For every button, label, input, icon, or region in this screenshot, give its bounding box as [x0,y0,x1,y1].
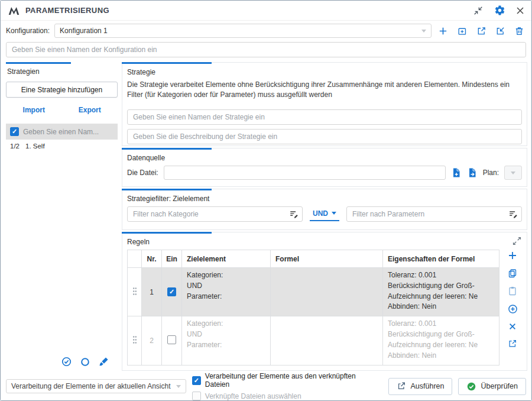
main-content: Strategie Die Strategie verarbeitet Elem… [122,62,527,371]
file-add-icon[interactable] [451,167,462,178]
operator-value: UND [313,209,328,218]
strategy-description-input[interactable] [127,129,522,144]
check-button[interactable]: Überprüfen [458,378,526,395]
rule-formula-cell [271,268,383,316]
strategie-accent [122,62,212,64]
tab-strategien[interactable]: Strategien [7,67,116,76]
strategie-section: Strategie Die Strategie verarbeitet Elem… [122,62,527,146]
rule-properties-cell: Toleranz: 0.001 Berücksichtigung der Gro… [383,316,499,365]
parameter-filter-input[interactable] [346,206,522,222]
strategy-checkbox[interactable] [10,127,19,136]
strategiefilter-title: Strategiefilter: Zielelement [127,195,522,203]
delete-configuration-icon[interactable] [514,26,524,36]
filter-edit-icon[interactable] [508,209,518,219]
strategies-sidebar: Strategien Eine Strategie hinzufügen Imp… [6,62,118,370]
chevron-down-icon [332,212,336,215]
expand-icon[interactable] [512,236,522,246]
circle-icon[interactable] [80,357,90,367]
collapse-icon[interactable] [473,5,484,16]
run-button[interactable]: Ausführen [388,378,452,395]
linked-files-check-row: Verarbeitung der Elemente aus den verknü… [192,372,377,389]
export-rules-icon[interactable] [508,339,517,348]
copy-icon[interactable] [508,269,517,278]
file-open-icon[interactable] [467,167,478,178]
strategy-label: 1. Self [25,143,45,150]
configuration-name-input[interactable] [6,42,526,57]
check-button-label: Überprüfen [481,382,518,390]
linked-files-checkbox[interactable] [192,376,201,385]
strategiefilter-accent [122,189,212,190]
paste-icon[interactable] [508,286,517,296]
filter-edit-icon[interactable] [289,209,299,219]
drag-handle-icon[interactable] [128,316,142,365]
plan-select[interactable] [504,166,522,180]
duplicate-configuration-icon[interactable] [457,26,468,36]
close-icon[interactable] [516,7,524,15]
rule-nr: 2 [142,316,162,365]
strategy-item-name: Geben Sie einen Nam... [23,128,99,136]
strategy-name-input[interactable] [127,109,522,125]
operator-select[interactable]: UND [310,208,339,221]
brush-icon[interactable] [98,356,109,367]
export-configuration-icon[interactable] [476,26,486,36]
chevron-down-icon [176,385,181,388]
column-header-zielelement: Zielelement [182,250,271,268]
regeln-title: Regeln [127,238,522,246]
footer-bar: Verarbeitung der Elemente in der aktuell… [1,372,531,400]
app-logo-icon [8,6,20,15]
remove-icon[interactable] [508,322,517,331]
category-filter-input[interactable] [127,206,303,222]
chevron-down-icon [421,30,426,33]
processing-mode-select[interactable]: Verarbeitung der Elemente in der aktuell… [6,379,186,393]
add-circle-icon[interactable] [508,304,518,314]
drag-column-header [128,250,142,268]
export-link[interactable]: Export [62,106,118,114]
strategy-list-item[interactable]: Geben Sie einen Nam... 1/2 1. Self [6,124,118,150]
file-label: Die Datei: [127,169,158,177]
drag-handle-icon[interactable] [128,268,142,316]
rule-nr: 1 [142,268,162,316]
rule-row[interactable]: 2 Kategorien: UND Parameter: Toleranz: 0… [128,316,499,365]
add-configuration-icon[interactable] [438,26,448,36]
column-header-formel: Formel [271,250,383,268]
chevron-down-icon [511,172,515,174]
rule-properties-cell: Toleranz: 0.001 Berücksichtigung der Gro… [383,268,499,316]
select-linked-check-row: Verknüpfte Dateien auswählen [192,392,377,400]
configuration-label: Konfiguration: [6,27,50,35]
regeln-accent [122,232,212,234]
rule-formula-cell [271,316,383,365]
regeln-section: Regeln Nr. Ein Zielelement Formel Eigens [122,232,527,371]
run-icon [397,381,406,391]
run-button-label: Ausführen [410,382,444,390]
strategiefilter-section: Strategiefilter: Zielelement UND [122,189,527,230]
plan-label: Plan: [483,169,499,177]
gear-icon[interactable] [494,5,505,16]
column-header-eigenschaften: Eigenschaften der Formel [383,250,499,268]
add-rule-icon[interactable] [508,251,517,260]
datenquelle-title: Datenquelle [127,154,522,162]
konfiguration-select[interactable]: Konfiguration 1 [54,24,432,38]
titlebar: PARAMETRISIERUNG [1,1,531,21]
rule-enabled-checkbox[interactable] [167,287,176,296]
parametrisierung-window: PARAMETRISIERUNG Konfiguration: Konfigur… [0,0,532,401]
rule-target-cell: Kategorien: UND Parameter: [182,316,271,365]
strategy-counter: 1/2 [10,143,20,150]
datenquelle-section: Datenquelle Die Datei: Plan: [122,148,527,187]
rules-table: Nr. Ein Zielelement Formel Eigenschaften… [127,250,499,366]
processing-mode-value: Verarbeitung der Elemente in der aktuell… [11,382,171,390]
file-path-input[interactable] [164,166,446,180]
datenquelle-accent [122,148,212,150]
import-link[interactable]: Import [6,106,62,114]
column-header-nr: Nr. [142,250,162,268]
select-linked-checkbox[interactable] [192,392,201,400]
column-header-ein: Ein [162,250,182,268]
import-configuration-icon[interactable] [495,26,505,36]
strategie-title: Strategie [127,68,522,76]
rule-enabled-checkbox[interactable] [167,335,176,344]
strategie-description: Die Strategie verarbeitet Elemente ohne … [127,80,522,101]
validate-icon[interactable] [61,356,72,367]
add-strategy-button[interactable]: Eine Strategie hinzufügen [6,82,118,98]
window-title: PARAMETRISIERUNG [25,6,109,15]
strategien-tab-accent [6,62,71,64]
rule-row[interactable]: 1 Kategorien: UND Parameter: Toleranz: 0… [128,268,499,316]
